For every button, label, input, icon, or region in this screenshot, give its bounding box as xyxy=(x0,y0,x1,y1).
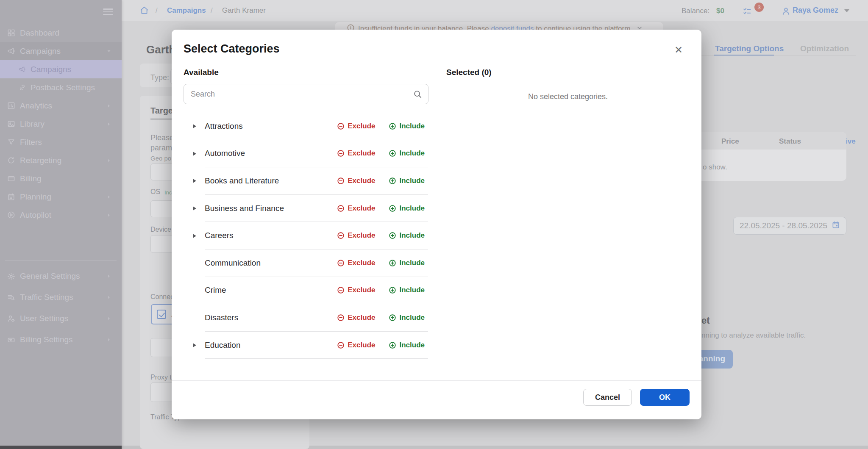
user-menu[interactable]: Raya Gomez xyxy=(793,6,838,15)
search-input[interactable] xyxy=(184,84,428,104)
breadcrumb-campaigns[interactable]: Campaigns xyxy=(167,6,206,15)
sidebar-item-campaigns[interactable]: Campaigns xyxy=(0,60,122,78)
hint-line-1: Please xyxy=(150,133,174,142)
sidebar-item-library[interactable]: Library xyxy=(0,115,122,133)
chevron-right-icon xyxy=(106,293,111,302)
minus-circle-icon xyxy=(337,122,345,130)
tab-targeting-options[interactable]: Targeting Options xyxy=(715,44,784,53)
include-button[interactable]: Include xyxy=(389,149,425,158)
category-row-disasters: DisastersExcludeInclude xyxy=(172,304,440,332)
notification-badge: 3 xyxy=(754,3,764,12)
modal-footer: Cancel OK xyxy=(172,380,701,419)
balance-value: $0 xyxy=(716,7,724,15)
include-button[interactable]: Include xyxy=(389,177,425,185)
link-icon xyxy=(19,84,26,91)
plus-circle-icon xyxy=(389,232,396,239)
user-settings-icon xyxy=(7,315,15,323)
include-button[interactable]: Include xyxy=(389,341,425,349)
sidebar-item-campaigns[interactable]: Campaigns xyxy=(0,42,122,60)
sidebar-item-retargeting[interactable]: Retargeting xyxy=(0,151,122,169)
search-icon xyxy=(413,89,422,100)
gear-icon xyxy=(7,272,15,280)
sidebar-item-dashboard[interactable]: Dashboard xyxy=(0,24,122,42)
sidebar-item-billing[interactable]: Billing xyxy=(0,169,122,188)
plus-circle-icon xyxy=(389,150,396,157)
tasks-icon[interactable] xyxy=(743,6,754,19)
sidebar-menu: DashboardCampaignsCampaignsPostback Sett… xyxy=(0,24,122,224)
exclude-button[interactable]: Exclude xyxy=(337,149,375,158)
sidebar-item-filters[interactable]: Filters xyxy=(0,133,122,151)
modal-column-divider xyxy=(438,67,438,369)
sidebar-item-label: Retargeting xyxy=(20,156,61,165)
category-name: Disasters xyxy=(205,313,337,322)
sidebar-item-planning[interactable]: Planning xyxy=(0,188,122,206)
exclude-button[interactable]: Exclude xyxy=(337,341,375,349)
expand-triangle-icon[interactable] xyxy=(193,179,196,183)
expand-triangle-icon[interactable] xyxy=(193,124,196,128)
chevron-right-icon xyxy=(106,314,111,323)
planning-heading-fragment: et xyxy=(701,315,710,326)
include-button[interactable]: Include xyxy=(389,313,425,322)
billing-icon xyxy=(7,175,15,183)
sidebar-item-user-settings[interactable]: User Settings xyxy=(0,308,122,329)
sidebar-item-label: Analytics xyxy=(20,101,52,111)
category-name: Communication xyxy=(205,258,337,268)
breadcrumb-current: Garth Kramer xyxy=(222,6,266,15)
exclude-button[interactable]: Exclude xyxy=(337,177,375,185)
exclude-button[interactable]: Exclude xyxy=(337,122,375,130)
exclude-button[interactable]: Exclude xyxy=(337,259,375,267)
exclude-button[interactable]: Exclude xyxy=(337,204,375,213)
include-button[interactable]: Include xyxy=(389,231,425,240)
category-row-automotive: AutomotiveExcludeInclude xyxy=(172,140,440,168)
exclude-button[interactable]: Exclude xyxy=(337,231,375,240)
date-range-picker[interactable]: 22.05.2025 - 28.05.2025 xyxy=(733,217,846,235)
run-planning-button-label: anning xyxy=(699,354,725,363)
category-row-crime: CrimeExcludeInclude xyxy=(172,277,440,305)
chevron-right-icon xyxy=(106,119,111,129)
sidebar-item-analytics[interactable]: Analytics xyxy=(0,97,122,115)
include-button[interactable]: Include xyxy=(389,122,425,130)
plus-circle-icon xyxy=(389,177,396,185)
exclude-button[interactable]: Exclude xyxy=(337,286,375,294)
geo-label: Geo po xyxy=(150,155,171,162)
include-button[interactable]: Include xyxy=(389,286,425,294)
sidebar-item-general-settings[interactable]: General Settings xyxy=(0,266,122,287)
sidebar-item-autopilot[interactable]: Autopilot xyxy=(0,206,122,224)
expand-triangle-icon[interactable] xyxy=(193,343,196,347)
ok-button[interactable]: OK xyxy=(640,389,690,406)
include-button[interactable]: Include xyxy=(389,204,425,213)
include-button[interactable]: Include xyxy=(389,259,425,267)
category-name: Education xyxy=(205,341,337,350)
library-icon xyxy=(7,120,15,128)
sidebar-item-label: Library xyxy=(20,119,45,129)
analytics-icon xyxy=(7,102,15,110)
sidebar-item-traffic-settings[interactable]: Traffic Settings xyxy=(0,287,122,308)
minus-circle-icon xyxy=(337,150,345,157)
column-price: Price xyxy=(721,137,739,146)
empty-selected-text: No selected categories. xyxy=(446,92,690,101)
available-label: Available xyxy=(184,68,219,77)
sidebar-item-billing-settings[interactable]: Billing Settings xyxy=(0,329,122,350)
plus-circle-icon xyxy=(389,205,396,212)
expand-triangle-icon[interactable] xyxy=(193,152,196,156)
exclude-button[interactable]: Exclude xyxy=(337,313,375,322)
user-caret-down-icon[interactable] xyxy=(844,9,849,12)
dashboard-icon xyxy=(7,29,15,37)
tab-optimization[interactable]: Optimization xyxy=(800,44,849,53)
modal-title: Select Categories xyxy=(184,42,280,55)
category-name: Books and Literature xyxy=(205,176,337,186)
sidebar-item-postback-settings[interactable]: Postback Settings xyxy=(0,78,122,97)
cancel-button[interactable]: Cancel xyxy=(583,389,632,406)
selected-label: Selected (0) xyxy=(446,68,492,77)
plus-circle-icon xyxy=(389,122,396,130)
close-icon[interactable]: ✕ xyxy=(671,42,686,58)
sidebar-item-label: Dashboard xyxy=(20,28,59,38)
sidebar-item-label: Planning xyxy=(20,192,51,202)
select-categories-modal: Select Categories ✕ Available Attraction… xyxy=(172,30,701,419)
sidebar-item-label: Traffic Settings xyxy=(20,293,73,302)
expand-triangle-icon[interactable] xyxy=(193,206,196,211)
expand-triangle-icon[interactable] xyxy=(193,234,196,238)
home-icon[interactable] xyxy=(140,6,149,17)
hamburger-menu-icon[interactable] xyxy=(103,8,113,17)
calendar-icon xyxy=(832,221,840,231)
